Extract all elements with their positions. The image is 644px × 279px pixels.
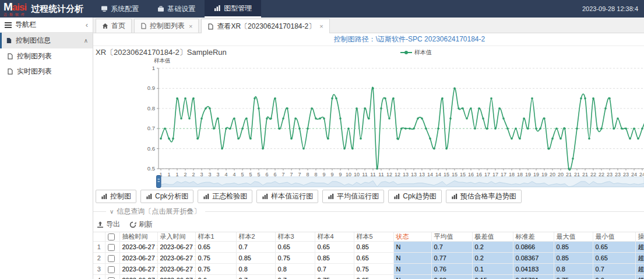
table-cell: 0.75: [554, 275, 593, 279]
table-cell: 0.6: [593, 275, 635, 279]
table-cell: 0.77: [431, 253, 472, 264]
sample-run-chart: 0.50.60.70.80.91样本值111223334455566777889…: [93, 57, 644, 189]
table-cell: 0.15: [472, 275, 513, 279]
tab-1[interactable]: 首页: [96, 19, 132, 33]
tab-close-icon[interactable]: ×: [189, 23, 192, 30]
logo-letter: M: [3, 1, 12, 13]
chart-button-4[interactable]: 样本值运行图: [256, 190, 318, 203]
document-filled-icon: [6, 37, 12, 44]
row-checkbox[interactable]: [108, 277, 115, 279]
bars-icon: [262, 193, 269, 200]
chart-button-label: 平均值运行图: [337, 191, 379, 201]
chart-button-6[interactable]: Cpk趋势图: [388, 190, 441, 203]
tab-close-icon[interactable]: ×: [319, 23, 323, 30]
chart-button-label: 预估合格率趋势图: [460, 191, 516, 201]
row-number: 3: [93, 264, 105, 275]
table-cell: 0.65: [354, 275, 393, 279]
table-cell: 2023-06-27 17:09: [119, 275, 157, 279]
table-cell: 0.7: [236, 242, 275, 253]
row-checkbox[interactable]: [108, 244, 115, 251]
column-header-2: 录入时间: [157, 232, 195, 242]
sidebar-title: 导航栏: [15, 20, 36, 30]
chart-button-5[interactable]: 平均值运行图: [322, 190, 384, 203]
refresh-button[interactable]: 刷新: [129, 219, 153, 229]
table-cell: 2023-06-27 17:08: [119, 253, 157, 264]
menu-item-1[interactable]: 系统配置: [92, 0, 148, 18]
table-cell: 2023-06-27 16:07: [119, 242, 157, 253]
column-header-4: 样本2: [236, 232, 275, 242]
doc-icon: [140, 23, 147, 29]
row-select-cell: [105, 242, 119, 253]
table-cell: 0.65: [315, 242, 354, 253]
legend-sample-value[interactable]: 样本值: [400, 48, 432, 57]
table-cell: 0.75: [195, 253, 236, 264]
column-header-6: 样本4: [315, 232, 354, 242]
table-header-row: 抽检时间录入时间样本1样本2样本3样本4样本5状态平均值极差值标准差最大值最小值…: [93, 232, 644, 242]
table-cell: 0.8: [554, 264, 593, 275]
table-cell: 0.2: [472, 242, 513, 253]
menu-item-2[interactable]: 基础设置: [148, 0, 205, 18]
table-cell: 0.65: [275, 242, 315, 253]
app-body: 导航栏 ‹ 控制图信息 ∧ 控制图列表实时图列表 首页控制图列表×查看XR〔20…: [0, 18, 644, 279]
svg-text:样本值: 样本值: [154, 57, 171, 64]
chevron-down-icon: ∨: [110, 208, 114, 215]
table-cell: 0.7: [236, 275, 275, 279]
column-header-7: 样本5: [354, 232, 393, 242]
column-header-3: 样本1: [195, 232, 236, 242]
row-checkbox[interactable]: [108, 255, 115, 262]
table-cell: 0.76: [431, 264, 472, 275]
sidebar-item-label: 实时图列表: [17, 67, 52, 76]
bars-icon: [328, 193, 335, 200]
table-row: 42023-06-27 17:092023-06-27 17:090.60.70…: [93, 275, 644, 279]
active-indicator: [0, 33, 2, 48]
table-cell: 0.85: [554, 253, 593, 264]
chart-button-label: 正态检验图: [212, 191, 247, 201]
sample-data-table: 抽检时间录入时间样本1样本2样本3样本4样本5状态平均值极差值标准差最大值最小值…: [93, 232, 644, 279]
sidebar-group-control-chart-info[interactable]: 控制图信息 ∧: [0, 33, 93, 48]
info-section-toggle[interactable]: ∨ 信息查询〔点击展开折叠〕: [93, 206, 644, 217]
doc-icon: [7, 53, 13, 60]
divider: [93, 211, 106, 212]
table-cell: 超级管理员: [635, 242, 644, 253]
table-toolbar: 导出 刷新: [93, 217, 644, 232]
row-number-header: [93, 232, 105, 242]
menu-item-3[interactable]: 图型管理: [205, 0, 261, 18]
chart-button-3[interactable]: 正态检验图: [198, 190, 252, 203]
table-cell: N: [393, 275, 431, 279]
app-logo: Maisi 迈·斯·软·件: [0, 0, 29, 18]
tab-label: 控制图列表: [150, 21, 185, 31]
sidebar-item-1[interactable]: 控制图列表: [0, 48, 93, 64]
main-menu: 系统配置基础设置图型管理: [92, 0, 261, 18]
table-row: 12023-06-27 16:072023-06-27 16:070.650.7…: [93, 242, 644, 253]
column-header-10: 极差值: [472, 232, 513, 242]
chart-button-1[interactable]: 控制图: [96, 190, 136, 203]
table-cell: 超级管理员: [635, 253, 644, 264]
table-cell: 0.04183: [513, 264, 554, 275]
table-cell: 0.8: [236, 264, 275, 275]
table-cell: 0.2: [472, 253, 513, 264]
chart-button-7[interactable]: 预估合格率趋势图: [446, 190, 522, 203]
chart-button-label: Cpk趋势图: [403, 191, 436, 201]
bars-icon: [101, 193, 108, 200]
column-header-1: 抽检时间: [119, 232, 157, 242]
navigator-handle[interactable]: [157, 176, 161, 188]
chevron-up-icon: ∧: [84, 37, 88, 44]
row-checkbox[interactable]: [108, 266, 115, 273]
tab-2[interactable]: 控制图列表×: [134, 19, 199, 33]
table-cell: 0.8: [275, 264, 315, 275]
table-cell: 0.75: [315, 275, 354, 279]
refresh-icon: [129, 221, 136, 228]
tab-3[interactable]: 查看XR〔20230624170184-2〕×: [201, 19, 329, 33]
sidebar-collapse-button[interactable]: ‹: [86, 20, 88, 29]
table-row: 32023-06-27 17:092023-06-27 17:090.750.8…: [93, 264, 644, 275]
export-button[interactable]: 导出: [97, 219, 120, 229]
bars-icon: [214, 5, 221, 12]
menu-item-label: 基础设置: [167, 4, 195, 14]
chart-button-2[interactable]: Cpk分析图: [140, 190, 193, 203]
sidebar-header: 导航栏 ‹: [0, 18, 93, 33]
select-all-checkbox[interactable]: [108, 233, 115, 240]
sidebar-item-2[interactable]: 实时图列表: [0, 64, 93, 79]
table-cell: 2023-06-27 16:07: [157, 242, 195, 253]
row-number: 4: [93, 275, 105, 279]
table-cell: 0.7: [275, 275, 315, 279]
